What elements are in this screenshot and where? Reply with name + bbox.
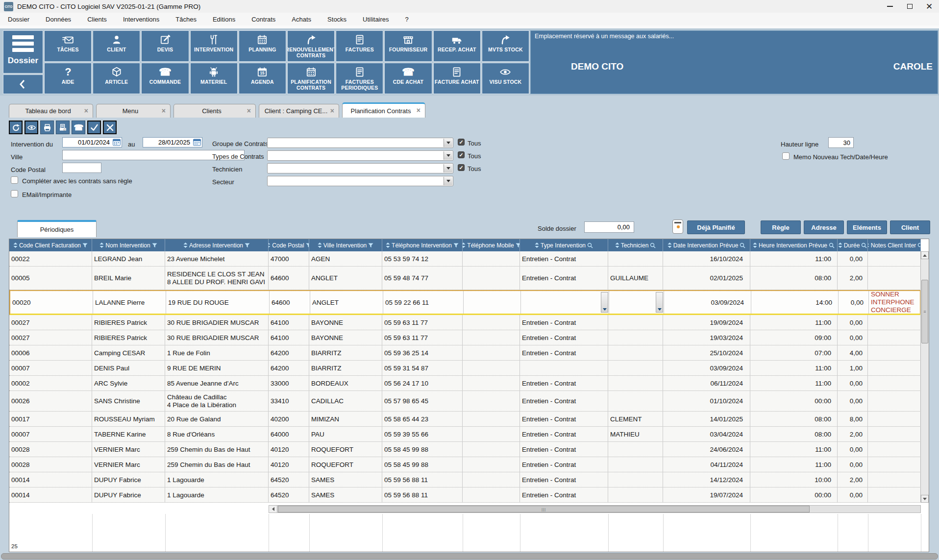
scroll-down-button[interactable] bbox=[921, 495, 929, 503]
search-column-icon[interactable] bbox=[829, 243, 835, 248]
sort-icon[interactable] bbox=[99, 243, 104, 248]
toolbar-button-cde-achat[interactable]: ☎CDE ACHAT bbox=[384, 63, 432, 94]
client-button[interactable]: Client bbox=[890, 220, 930, 234]
sort-icon[interactable] bbox=[13, 243, 18, 248]
menu-item-utilitaires[interactable]: Utilitaires bbox=[363, 16, 389, 23]
toolbar-button-agenda[interactable]: 15AGENDA bbox=[239, 63, 286, 94]
toolbar-button-visu-stock[interactable]: VISU STOCK bbox=[482, 63, 529, 94]
technicien-select[interactable] bbox=[267, 163, 453, 173]
r-gle-button[interactable]: Règle bbox=[761, 220, 801, 234]
menu-item-[interactable]: ? bbox=[405, 16, 409, 23]
preview-button[interactable] bbox=[25, 121, 38, 134]
chevron-down-icon[interactable] bbox=[444, 151, 452, 160]
toolbar-button-factures-periodiques[interactable]: FACTURES PERIODIQUES bbox=[336, 63, 383, 94]
device-icon-button[interactable] bbox=[672, 219, 683, 234]
toolbar-button-recep-achat[interactable]: RECEP. ACHAT bbox=[433, 30, 481, 62]
tab-close-icon[interactable]: × bbox=[330, 107, 334, 115]
table-row[interactable]: 00005BREIL MarieRESIDENCE LE CLOS ST JEA… bbox=[9, 267, 921, 290]
column-header-date-intervention-pr-vue[interactable]: Date Intervention Prévue bbox=[663, 239, 750, 251]
toolbar-button-t-ches[interactable]: TÂCHES bbox=[44, 30, 92, 62]
filter-funnel-icon[interactable] bbox=[368, 243, 373, 248]
maximize-button[interactable] bbox=[900, 0, 919, 13]
tab-tableau-de-bord[interactable]: Tableau de bord× bbox=[9, 104, 93, 118]
tab-client-camping-ce[interactable]: Client : Camping CE...× bbox=[259, 104, 339, 118]
close-button[interactable]: ✕ bbox=[919, 0, 939, 13]
memo-checkbox[interactable] bbox=[782, 152, 790, 160]
calendar-icon[interactable] bbox=[193, 138, 201, 148]
close-button[interactable] bbox=[103, 121, 117, 134]
sort-icon[interactable] bbox=[269, 243, 271, 248]
filter-funnel-icon[interactable] bbox=[152, 243, 157, 248]
menu-item-contrats[interactable]: Contrats bbox=[251, 16, 275, 23]
toolbar-button-planification-contrats[interactable]: PLANIFICATION CONTRATS bbox=[287, 63, 335, 94]
sort-icon[interactable] bbox=[868, 243, 869, 248]
table-row[interactable]: 00014DUPUY Fabrice1 Lagouarde64520SAMES0… bbox=[9, 472, 921, 487]
search-column-icon[interactable] bbox=[917, 243, 921, 248]
table-row[interactable]: 00017ROUSSEAU Myriam20 Rue de Galand4020… bbox=[9, 412, 921, 427]
menu-item-donn-es[interactable]: Données bbox=[46, 16, 71, 23]
toolbar-button-materiel[interactable]: MATERIEL bbox=[190, 63, 238, 94]
solde-dossier-field[interactable] bbox=[584, 221, 634, 233]
table-row[interactable]: 00014DUPUY Fabrice1 Lagouarde64520SAMES0… bbox=[9, 487, 921, 503]
toolbar-button-devis[interactable]: DEVIS bbox=[141, 30, 189, 62]
adresse-button[interactable]: Adresse bbox=[804, 220, 844, 234]
refresh-button[interactable] bbox=[9, 121, 23, 134]
print-button[interactable] bbox=[40, 121, 54, 134]
date-from-field[interactable] bbox=[62, 137, 122, 147]
solde-dossier-input[interactable] bbox=[584, 221, 634, 233]
secteur-select[interactable] bbox=[267, 176, 453, 186]
table-row[interactable]: 00028VERNIER Marc259 Chemin du Bas de Ha… bbox=[9, 442, 921, 457]
menu-item-t-ches[interactable]: Tâches bbox=[175, 16, 197, 23]
toolbar-button-aide[interactable]: ?AIDE bbox=[44, 63, 92, 94]
filter-funnel-icon[interactable] bbox=[516, 243, 520, 248]
vertical-scrollbar[interactable]: ≡ bbox=[920, 251, 929, 503]
bottom-scrollbar[interactable] bbox=[1, 553, 938, 560]
scroll-up-button[interactable] bbox=[921, 251, 929, 259]
sort-icon[interactable] bbox=[667, 243, 672, 248]
hauteur-ligne-input[interactable] bbox=[828, 137, 854, 148]
column-header-heure-intervention-pr-vue[interactable]: Heure Intervention Prévue bbox=[750, 239, 838, 251]
types-de-contrats-select[interactable] bbox=[267, 150, 453, 161]
column-header-notes-client-inter[interactable]: Notes Client Inter bbox=[868, 239, 921, 251]
column-header-dur-e[interactable]: Durée bbox=[838, 239, 868, 251]
sort-icon[interactable] bbox=[318, 243, 322, 248]
horizontal-scrollbar[interactable]: ||| bbox=[269, 505, 921, 513]
table-row[interactable]: 00007DENIS Paul9 RUE DE MERIN64200BIARRI… bbox=[9, 361, 921, 376]
tab-close-icon[interactable]: × bbox=[84, 107, 88, 115]
code-postal-field[interactable] bbox=[62, 163, 101, 173]
menu-item-achats[interactable]: Achats bbox=[292, 16, 311, 23]
toolbar-button-planning[interactable]: PLANNING bbox=[239, 30, 286, 62]
collapse-toolbar-button[interactable] bbox=[3, 74, 43, 94]
search-column-icon[interactable] bbox=[740, 243, 745, 248]
toolbar-button-client[interactable]: CLIENT bbox=[93, 30, 140, 62]
column-header-code-client-facturation[interactable]: Code Client Facturation bbox=[9, 239, 92, 251]
toolbar-button-factures[interactable]: FACTURES bbox=[336, 30, 383, 62]
table-row[interactable]: 00022LEGRAND Jean23 Avenue Michelet47000… bbox=[9, 251, 921, 267]
tous-groupe-de-contrats-checkbox[interactable]: ✓ bbox=[458, 139, 465, 146]
tab-close-icon[interactable]: × bbox=[247, 107, 251, 115]
menu-item-dossier[interactable]: Dossier bbox=[8, 16, 29, 23]
toolbar-button-commande[interactable]: ☎COMMANDE bbox=[141, 63, 189, 94]
tab-periodiques[interactable]: Périodiques bbox=[17, 220, 97, 237]
groupe-de-contrats-select[interactable] bbox=[267, 138, 453, 148]
validate-button[interactable] bbox=[87, 121, 101, 134]
chevron-down-icon[interactable] bbox=[444, 177, 452, 185]
sort-icon[interactable] bbox=[615, 243, 619, 248]
table-row[interactable]: 00007TABERNE Karine8 Rue d'Orléans64000P… bbox=[9, 427, 921, 442]
sort-icon[interactable] bbox=[463, 243, 466, 248]
tab-clients[interactable]: Clients× bbox=[173, 104, 256, 118]
menu-item-interventions[interactable]: Interventions bbox=[123, 16, 159, 23]
tous-technicien-checkbox[interactable]: ✓ bbox=[458, 164, 465, 171]
phone-button[interactable]: ☎ bbox=[72, 121, 85, 134]
vertical-scroll-thumb[interactable]: ≡ bbox=[921, 280, 928, 343]
menu-item-stocks[interactable]: Stocks bbox=[327, 16, 346, 23]
column-header-adresse-intervention[interactable]: Adresse Intervention bbox=[165, 239, 269, 251]
calendar-icon[interactable] bbox=[113, 138, 121, 148]
toolbar-button-fournisseur[interactable]: FOURNISSEUR bbox=[384, 30, 432, 62]
fax-button[interactable] bbox=[56, 121, 70, 134]
horizontal-scroll-thumb[interactable]: ||| bbox=[278, 506, 810, 512]
table-row[interactable]: 00028VERNIER Marc259 Chemin du Bas de Ha… bbox=[9, 457, 921, 472]
tab-menu[interactable]: Menu× bbox=[96, 104, 171, 118]
search-column-icon[interactable] bbox=[650, 243, 656, 248]
code-postal-input[interactable] bbox=[62, 163, 101, 173]
